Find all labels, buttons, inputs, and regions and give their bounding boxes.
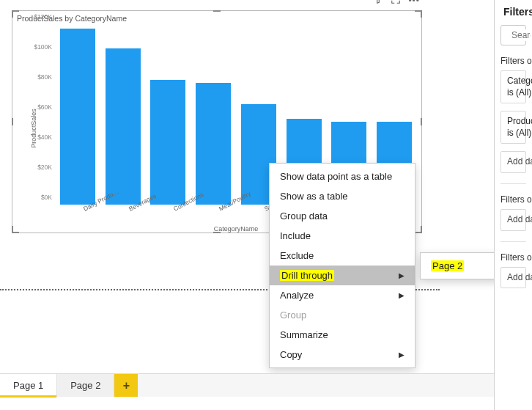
page-tab[interactable]: Page 2 bbox=[57, 374, 114, 397]
context-menu-item-label: Show as a table bbox=[280, 191, 348, 202]
filters-search[interactable] bbox=[500, 25, 526, 45]
chart-title: ProductSales by CategoryName bbox=[12, 11, 421, 23]
context-menu-item[interactable]: Copy▶ bbox=[270, 345, 415, 365]
add-page-button[interactable]: + bbox=[114, 374, 138, 397]
context-menu-item-label: Copy bbox=[280, 349, 302, 360]
context-menu-item-label: Drill through bbox=[280, 270, 334, 281]
filter-card-field: CategoryName bbox=[507, 76, 520, 87]
chart-bar[interactable] bbox=[196, 83, 231, 205]
resize-handle[interactable] bbox=[12, 10, 19, 18]
filters-section-all: Filters on all pages bbox=[500, 252, 526, 263]
page-tab-label: Page 2 bbox=[70, 380, 100, 391]
context-menu-item: Group bbox=[270, 305, 415, 325]
filter-card[interactable]: ProductSales is (All) bbox=[500, 111, 526, 144]
report-canvas[interactable]: ••• ProductSales by CategoryName Product… bbox=[0, 0, 494, 410]
y-tick: $20K bbox=[37, 164, 52, 171]
filter-card-value: is (All) bbox=[507, 128, 520, 139]
filters-title-text: Filters bbox=[503, 6, 532, 18]
chart-bar[interactable] bbox=[150, 80, 185, 205]
filter-card-value: is (All) bbox=[507, 87, 520, 99]
context-menu-item-label: Group data bbox=[280, 211, 328, 222]
context-menu-item[interactable]: Drill through▶ bbox=[270, 266, 415, 285]
context-menu-item[interactable]: Include bbox=[270, 226, 415, 246]
chevron-right-icon: ▶ bbox=[399, 351, 404, 359]
y-tick: $60K bbox=[37, 103, 52, 111]
context-submenu-item-label: Page 2 bbox=[431, 260, 464, 271]
page-tabs: Page 1Page 2+ bbox=[0, 373, 494, 397]
y-axis-ticks: $0K$20K$40K$60K$80K$100K$120K bbox=[36, 24, 55, 205]
filters-section-page: Filters on this page bbox=[500, 194, 526, 205]
focus-icon[interactable] bbox=[391, 0, 401, 7]
context-menu-item[interactable]: Summarize bbox=[270, 325, 415, 345]
filters-panel-title: Filters bbox=[500, 6, 526, 18]
chevron-right-icon: ▶ bbox=[399, 271, 404, 279]
context-menu-item[interactable]: Exclude bbox=[270, 246, 415, 266]
chart-bar[interactable] bbox=[60, 29, 95, 205]
context-menu-item[interactable]: Show data point as a table bbox=[270, 166, 415, 186]
filters-search-input[interactable] bbox=[510, 29, 532, 41]
y-tick: $80K bbox=[37, 73, 52, 81]
page-tab-label: Page 1 bbox=[13, 380, 43, 391]
chart-bar[interactable] bbox=[106, 48, 141, 205]
chevron-right-icon: ▶ bbox=[399, 291, 404, 299]
context-menu-item-label: Show data point as a table bbox=[280, 171, 392, 182]
context-menu-item-label: Summarize bbox=[280, 329, 328, 340]
page-tab[interactable]: Page 1 bbox=[0, 374, 57, 397]
y-tick: $0K bbox=[41, 194, 52, 201]
filter-card-field: ProductSales bbox=[507, 116, 520, 128]
y-tick: $40K bbox=[37, 133, 52, 141]
context-menu-item-label: Group bbox=[280, 310, 306, 321]
context-menu-item-label: Include bbox=[280, 230, 311, 241]
context-menu-item-label: Analyze bbox=[280, 290, 314, 301]
more-icon[interactable]: ••• bbox=[408, 0, 420, 6]
visual-toolbar: ••• bbox=[373, 0, 420, 7]
context-menu-item-label: Exclude bbox=[280, 250, 314, 261]
filter-add-placeholder[interactable]: Add data fields here bbox=[500, 209, 526, 231]
filter-add-placeholder[interactable]: Add data fields here bbox=[500, 267, 526, 289]
context-menu-item[interactable]: Analyze▶ bbox=[270, 285, 415, 305]
filter-card[interactable]: CategoryName is (All) bbox=[500, 70, 526, 103]
context-menu[interactable]: Show data point as a tableShow as a tabl… bbox=[269, 163, 415, 368]
y-tick: $100K bbox=[34, 43, 52, 51]
resize-handle[interactable] bbox=[213, 10, 221, 12]
y-tick: $120K bbox=[34, 13, 52, 21]
filter-icon[interactable] bbox=[373, 0, 383, 7]
filters-panel: Filters Filters on this visual CategoryN… bbox=[494, 0, 532, 410]
context-menu-item[interactable]: Group data bbox=[270, 206, 415, 226]
context-menu-item[interactable]: Show as a table bbox=[270, 186, 415, 206]
resize-handle[interactable] bbox=[415, 10, 422, 18]
filters-section-visual: Filters on this visual bbox=[500, 56, 526, 66]
filter-add-placeholder[interactable]: Add data fields here bbox=[500, 151, 526, 173]
